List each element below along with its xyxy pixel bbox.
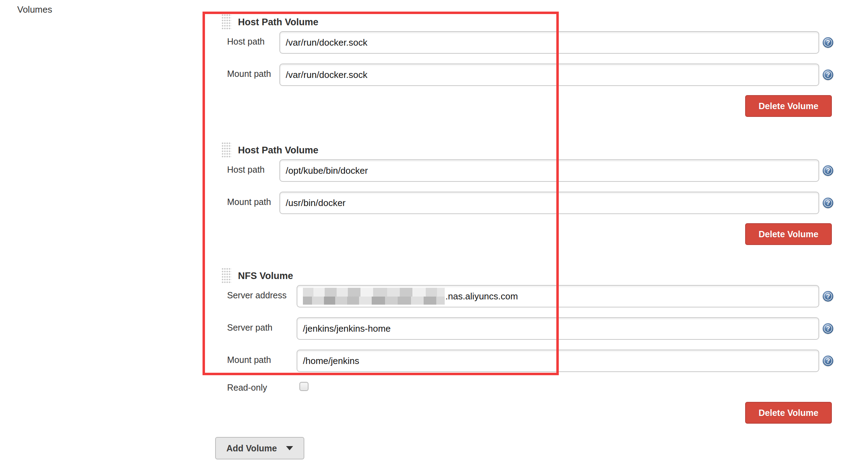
host-path-label: Host path xyxy=(227,31,279,54)
volume-block-hostpath-2: Host Path Volume Host path ? Mount path … xyxy=(222,142,833,245)
server-address-label: Server address xyxy=(227,285,297,307)
add-volume-button[interactable]: Add Volume xyxy=(215,437,304,459)
mount-path-label: Mount path xyxy=(227,192,279,214)
mount-path-label: Mount path xyxy=(227,350,297,372)
volume-type-title: Host Path Volume xyxy=(238,17,318,28)
mount-path-input[interactable] xyxy=(279,64,819,86)
field-row-server-address: Server address .nas.aliyuncs.com ? xyxy=(227,285,833,307)
delete-volume-button[interactable]: Delete Volume xyxy=(745,95,832,117)
help-icon[interactable]: ? xyxy=(823,323,833,334)
redaction-mosaic xyxy=(303,288,445,305)
volume-block-header: Host Path Volume xyxy=(222,14,833,30)
mount-path-input[interactable] xyxy=(297,350,819,372)
mount-path-input[interactable] xyxy=(279,192,819,214)
volumes-config-page: Volumes Host Path Volume Host path ? Mou… xyxy=(0,0,868,464)
drag-handle-icon[interactable] xyxy=(222,268,231,284)
field-row-mount-path: Mount path ? xyxy=(227,192,833,214)
field-row-server-path: Server path ? xyxy=(227,317,833,340)
server-address-input[interactable]: .nas.aliyuncs.com xyxy=(297,285,819,307)
volumes-section-label: Volumes xyxy=(17,4,52,15)
help-icon[interactable]: ? xyxy=(823,69,833,80)
mount-path-label: Mount path xyxy=(227,64,279,86)
drag-handle-icon[interactable] xyxy=(222,142,231,158)
help-icon[interactable]: ? xyxy=(823,291,833,301)
field-row-host-path: Host path ? xyxy=(227,159,833,182)
volume-type-title: Host Path Volume xyxy=(238,145,318,156)
help-icon[interactable]: ? xyxy=(823,165,833,176)
volume-block-hostpath-1: Host Path Volume Host path ? Mount path … xyxy=(222,14,833,117)
field-row-host-path: Host path ? xyxy=(227,31,833,54)
field-row-mount-path: Mount path ? xyxy=(227,64,833,86)
host-path-input[interactable] xyxy=(279,159,819,182)
server-path-label: Server path xyxy=(227,317,297,340)
host-path-input[interactable] xyxy=(279,31,819,54)
help-icon[interactable]: ? xyxy=(823,356,833,366)
delete-volume-button[interactable]: Delete Volume xyxy=(745,402,832,424)
caret-down-icon xyxy=(286,446,293,450)
server-address-visible-text: .nas.aliyuncs.com xyxy=(445,291,518,302)
drag-handle-icon[interactable] xyxy=(222,14,231,30)
volume-block-nfs: NFS Volume Server address .nas.aliyuncs.… xyxy=(222,268,833,424)
host-path-label: Host path xyxy=(227,159,279,182)
field-row-mount-path: Mount path ? xyxy=(227,350,833,372)
read-only-label: Read-only xyxy=(227,382,297,393)
volume-block-header: NFS Volume xyxy=(222,268,833,284)
volume-type-title: NFS Volume xyxy=(238,271,293,281)
help-icon[interactable]: ? xyxy=(823,37,833,48)
help-icon[interactable]: ? xyxy=(823,198,833,208)
field-row-read-only: Read-only xyxy=(227,382,833,393)
read-only-checkbox[interactable] xyxy=(299,382,309,391)
server-path-input[interactable] xyxy=(297,317,819,340)
add-volume-label: Add Volume xyxy=(226,443,277,453)
volume-block-header: Host Path Volume xyxy=(222,142,833,158)
delete-volume-button[interactable]: Delete Volume xyxy=(745,223,832,245)
